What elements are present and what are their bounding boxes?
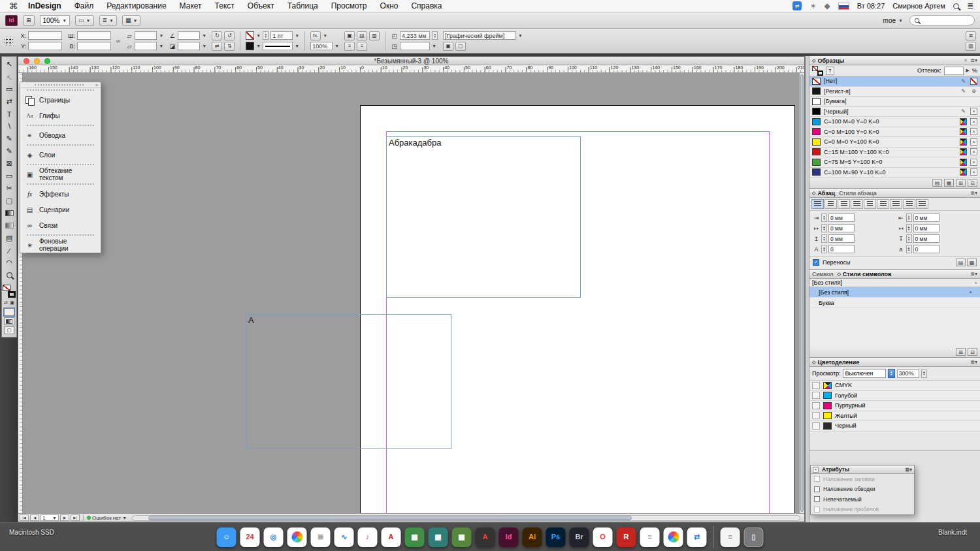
- tab-paragraph-styles[interactable]: Стили абзаца: [839, 190, 877, 197]
- preflight-status-text[interactable]: Ошибок нет: [92, 515, 121, 521]
- dock-icon-remote-desktop-3[interactable]: ▦: [452, 527, 472, 547]
- swatch-row[interactable]: [Бумага]: [809, 97, 980, 107]
- separation-row[interactable]: CMYK: [809, 381, 980, 391]
- char-style-row[interactable]: Буква: [809, 298, 980, 308]
- panel-list-title-bar[interactable]: »: [20, 82, 101, 88]
- justify-left-button[interactable]: [851, 199, 863, 209]
- dock-icon-remote-desktop-2[interactable]: ▦: [429, 527, 448, 547]
- corner-radius-stepper[interactable]: [432, 31, 438, 40]
- panel-collapse-icon[interactable]: «: [964, 57, 967, 63]
- dock-icon-remote-desktop-1[interactable]: ▦: [405, 527, 425, 547]
- y-field[interactable]: [28, 42, 62, 50]
- vertical-scrollbar-thumb[interactable]: [800, 74, 804, 512]
- apply-gradient-button[interactable]: [4, 317, 14, 325]
- page-number-field[interactable]: 1▼: [41, 514, 59, 521]
- view-select-stepper[interactable]: [888, 369, 895, 378]
- dock-icon-swirl-app[interactable]: ∿: [335, 527, 354, 547]
- new-swatch-button[interactable]: ⊞: [956, 179, 966, 187]
- height-field[interactable]: [77, 42, 111, 50]
- text-frame-2[interactable]: А: [246, 314, 451, 449]
- zoom-window-button[interactable]: [44, 58, 50, 64]
- paragraph-input[interactable]: 0: [913, 245, 939, 253]
- wrap-bounding-box-button[interactable]: ▤: [357, 31, 367, 40]
- previous-page-button[interactable]: ◀: [30, 514, 39, 521]
- horizontal-scrollbar[interactable]: [132, 515, 800, 521]
- dock-icon-notes[interactable]: ≣: [311, 527, 331, 547]
- paragraph-input[interactable]: 0 мм: [828, 213, 855, 222]
- scale-x-field[interactable]: [135, 31, 157, 40]
- dock-icon-colors-app[interactable]: [664, 527, 683, 547]
- style-override-button-2[interactable]: ▢: [455, 42, 466, 51]
- tint-dropdown-icon[interactable]: ▶: [966, 68, 970, 73]
- default-fill-stroke-icon[interactable]: ▣: [10, 300, 14, 306]
- view-options-button[interactable]: ▭▼: [75, 15, 93, 26]
- pencil-tool[interactable]: ✎: [3, 145, 16, 157]
- user-name[interactable]: Смирнов Артем: [892, 2, 945, 10]
- align-to-grid-off-icon[interactable]: ▤: [956, 259, 966, 266]
- rotate-cw-button[interactable]: ↻: [212, 31, 222, 40]
- status-asterisk-icon[interactable]: ∗: [809, 1, 816, 10]
- spotlight-search-icon[interactable]: [953, 3, 959, 9]
- swatch-row[interactable]: C=75 M=5 Y=100 K=0×: [809, 157, 980, 168]
- align-to-grid-on-icon[interactable]: ▦: [967, 259, 977, 266]
- view-select[interactable]: Выключен: [843, 369, 886, 378]
- paragraph-panel-menu-icon[interactable]: ≣▾: [970, 190, 977, 196]
- desktop-file-label[interactable]: Blank.indt: [938, 529, 967, 536]
- menu-item-9[interactable]: Справка: [404, 1, 448, 10]
- dock-icon-trash[interactable]: ▯: [744, 527, 764, 547]
- apply-color-button[interactable]: ▢: [4, 326, 14, 334]
- separation-row[interactable]: Черный: [809, 421, 980, 432]
- swatch-row[interactable]: C=15 M=100 Y=100 K=0×: [809, 148, 980, 158]
- eyedropper-tool[interactable]: ∕: [3, 244, 16, 257]
- tab-swatches[interactable]: Образцы: [812, 57, 844, 64]
- pasteboard[interactable]: Абракадабра А: [23, 73, 799, 513]
- selection-tool[interactable]: ↖: [3, 58, 16, 71]
- zoom-tool[interactable]: [3, 269, 16, 281]
- apple-menu-icon[interactable]: ⌘: [9, 1, 18, 11]
- fill-stroke-proxy[interactable]: [2, 284, 16, 298]
- dock-icon-bridge[interactable]: Br: [570, 527, 589, 547]
- new-style-shortcut-icon[interactable]: +: [974, 280, 977, 286]
- close-window-button[interactable]: [24, 58, 29, 64]
- fill-proxy-icon[interactable]: [3, 285, 10, 291]
- gradient-tool[interactable]: [3, 207, 16, 219]
- swap-fill-stroke-icon[interactable]: ⇄: [4, 300, 8, 306]
- justify-all-button[interactable]: [890, 199, 902, 209]
- rotation-field[interactable]: [178, 31, 200, 40]
- frame-fitting-button-1[interactable]: ≡: [344, 42, 355, 51]
- field-stepper[interactable]: [906, 224, 912, 232]
- style-override-button-1[interactable]: ▣: [443, 42, 453, 51]
- effects-button[interactable]: fx.: [310, 31, 321, 40]
- paragraph-input[interactable]: 0 мм: [828, 224, 855, 232]
- first-page-button[interactable]: |◀: [20, 514, 29, 521]
- menu-item-0[interactable]: InDesign: [22, 1, 68, 10]
- stroke-proxy-icon[interactable]: [8, 291, 16, 298]
- status-shape-icon[interactable]: ◆: [824, 1, 830, 10]
- dock-icon-acrobat[interactable]: A: [476, 527, 495, 547]
- frame-fitting-button-2[interactable]: ≡: [357, 42, 367, 51]
- show-color-swatches-icon[interactable]: ▦: [944, 179, 954, 187]
- scale-y-field[interactable]: [135, 42, 157, 50]
- shear-field[interactable]: [178, 42, 200, 50]
- bridge-button[interactable]: ⊞: [23, 15, 35, 26]
- dock-icon-photoshop[interactable]: Ps: [546, 527, 566, 547]
- input-language-flag-icon[interactable]: [838, 3, 849, 10]
- swatch-row[interactable]: C=0 M=0 Y=100 K=0×: [809, 137, 980, 148]
- tab-separations[interactable]: Цветоделение: [812, 359, 859, 366]
- x-field[interactable]: [28, 31, 62, 40]
- justify-center-button[interactable]: [864, 199, 876, 209]
- minimize-window-button[interactable]: [34, 58, 40, 64]
- dock-icon-photos[interactable]: [287, 527, 307, 547]
- ink-visibility-toggle[interactable]: [812, 422, 820, 430]
- ink-visibility-toggle[interactable]: [812, 412, 820, 419]
- panel-list-item[interactable]: fxЭффекты: [20, 186, 101, 202]
- swatch-row[interactable]: [Регист-я]✎⊕: [809, 87, 980, 97]
- vertical-scrollbar[interactable]: [799, 73, 804, 513]
- swatches-fill-stroke-proxy[interactable]: [812, 66, 823, 76]
- stroke-type-select[interactable]: [263, 42, 293, 50]
- hyphenate-checkbox[interactable]: [813, 259, 819, 266]
- page-tool[interactable]: ▭: [3, 83, 16, 95]
- field-stepper[interactable]: [906, 234, 912, 243]
- menu-item-5[interactable]: Объект: [241, 1, 281, 10]
- tab-character[interactable]: Символ: [812, 271, 833, 277]
